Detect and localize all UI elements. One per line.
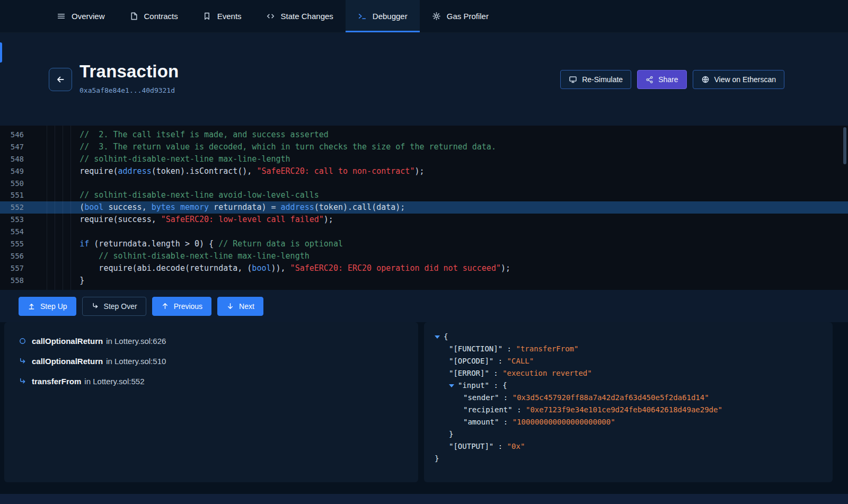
- arrow-down-icon: [226, 302, 234, 310]
- code-lines: 546 // 2. The call itself is made, and s…: [0, 129, 848, 287]
- previous-button[interactable]: Previous: [152, 297, 211, 316]
- code-line-558: 558 }: [0, 275, 848, 287]
- terminal-icon: [358, 12, 367, 21]
- line-number[interactable]: 554: [0, 226, 31, 238]
- json-punct: :: [489, 379, 502, 392]
- button-label: Next: [239, 302, 254, 311]
- arrow-left-icon: [56, 75, 65, 84]
- indent-spacer: [435, 397, 463, 398]
- line-number[interactable]: 558: [0, 275, 31, 287]
- json-punct: :: [499, 416, 512, 428]
- code-line-555: 555 if (returndata.length > 0) { // Retu…: [0, 238, 848, 250]
- line-number[interactable]: 546: [0, 129, 31, 141]
- json-punct: }: [435, 453, 439, 465]
- line-number[interactable]: 548: [0, 153, 31, 165]
- line-number[interactable]: 549: [0, 165, 31, 178]
- call-stack-item[interactable]: callOptionalReturnin Lottery.sol:626: [17, 331, 418, 351]
- line-number[interactable]: 547: [0, 141, 31, 153]
- line-number[interactable]: 555: [0, 238, 31, 250]
- json-punct: :: [493, 355, 507, 367]
- step-over-button[interactable]: Step Over: [82, 297, 146, 316]
- json-key: "input": [458, 379, 489, 392]
- code-text: // 3. The return value is decoded, which…: [41, 141, 496, 153]
- tab-label: Events: [217, 12, 242, 21]
- arrow-up-icon: [161, 302, 169, 310]
- button-label: Share: [658, 75, 678, 84]
- line-number[interactable]: 557: [0, 262, 31, 275]
- line-number[interactable]: 556: [0, 250, 31, 262]
- indent-spacer: [435, 373, 449, 374]
- code-line-547: 547 // 3. The return value is decoded, w…: [0, 141, 848, 153]
- source-location: in Lottery.sol:552: [84, 377, 144, 386]
- debug-controls: Step UpStep OverPreviousNext: [0, 290, 848, 322]
- code-scrollbar[interactable]: [843, 127, 846, 164]
- tab-label: Debugger: [373, 12, 408, 21]
- json-key: "[FUNCTION]": [449, 343, 502, 355]
- json-key: "[ERROR]": [449, 367, 489, 379]
- view-on-etherscan-button[interactable]: View on Etherscan: [693, 70, 784, 89]
- indent-spacer: [435, 349, 449, 349]
- code-line-549: 549 require(address(token).isContract(),…: [0, 165, 848, 178]
- transaction-hash: 0xa5af8e84e1...40d9321d: [80, 86, 179, 94]
- json-punct: {: [444, 331, 448, 343]
- trace-inspector-panel: {"[FUNCTION]" : "transferFrom""[OPCODE]"…: [424, 322, 833, 482]
- tab-gas-profiler[interactable]: Gas Profiler: [420, 0, 501, 32]
- line-number[interactable]: 552: [0, 201, 31, 214]
- active-rail-indicator: [0, 42, 2, 63]
- code-text: require(success, "SafeERC20: low-level c…: [41, 214, 333, 226]
- tab-label: Gas Profiler: [447, 12, 489, 21]
- share-button[interactable]: Share: [637, 70, 686, 89]
- json-punct: :: [493, 440, 507, 453]
- line-number[interactable]: 553: [0, 214, 31, 226]
- transaction-header: Transaction 0xa5af8e84e1...40d9321d Re-S…: [0, 33, 848, 126]
- json-tree-line: }: [435, 428, 833, 440]
- indent-spacer: [435, 446, 449, 447]
- tab-overview[interactable]: Overview: [45, 0, 117, 32]
- tab-debugger[interactable]: Debugger: [346, 0, 420, 32]
- next-button[interactable]: Next: [217, 297, 263, 316]
- bottom-panels: callOptionalReturnin Lottery.sol:626call…: [0, 322, 848, 494]
- code-viewer[interactable]: 546 // 2. The call itself is made, and s…: [0, 126, 848, 290]
- back-button[interactable]: [49, 68, 72, 91]
- tab-events[interactable]: Events: [190, 0, 254, 32]
- code-text: // solhint-disable-next-line max-line-le…: [41, 153, 290, 165]
- expander-icon[interactable]: [449, 384, 454, 387]
- indent-spacer: [435, 434, 449, 435]
- indent-spacer: [435, 361, 449, 361]
- json-tree-line: "[OPCODE]" : "CALL": [435, 355, 833, 367]
- json-tree-line: {: [435, 331, 833, 343]
- json-tree-line: "[ERROR]" : "execution reverted": [435, 367, 833, 379]
- subdir-arrow-icon: [17, 377, 27, 385]
- file-icon: [129, 12, 138, 21]
- step-up-button[interactable]: Step Up: [19, 297, 76, 316]
- json-value: "0xe7123f9e34e101ce9d24feb40642618d49ae2…: [526, 404, 722, 416]
- json-punct: {: [502, 379, 507, 392]
- json-punct: :: [502, 343, 516, 355]
- json-value: "100000000000000000000": [513, 416, 615, 428]
- line-number[interactable]: 551: [0, 189, 31, 201]
- expander-icon[interactable]: [435, 335, 440, 339]
- code-line-548: 548 // solhint-disable-next-line max-lin…: [0, 153, 848, 165]
- json-punct: :: [513, 404, 526, 416]
- code-line-550: 550: [0, 178, 848, 190]
- code-line-554: 554: [0, 226, 848, 238]
- code-text: // solhint-disable-next-line avoid-low-l…: [41, 189, 319, 201]
- re-simulate-button[interactable]: Re-Simulate: [560, 70, 631, 89]
- json-tree-line: "recipient" : "0xe7123f9e34e101ce9d24feb…: [435, 404, 833, 416]
- tab-label: Contracts: [144, 12, 178, 21]
- call-stack-item[interactable]: transferFromin Lottery.sol:552: [17, 371, 418, 391]
- monitor-icon: [569, 75, 577, 84]
- indent-spacer: [435, 385, 449, 386]
- tab-state-changes[interactable]: State Changes: [254, 0, 346, 32]
- call-stack-item[interactable]: callOptionalReturnin Lottery.sol:510: [17, 351, 418, 371]
- code-text: // 2. The call itself is made, and succe…: [41, 129, 329, 141]
- code-line-552: 552 (bool success, bytes memory returnda…: [0, 201, 848, 214]
- code-text: }: [41, 275, 84, 287]
- line-number[interactable]: 550: [0, 178, 31, 190]
- json-punct: }: [449, 428, 453, 440]
- code-line-557: 557 require(abi.decode(returndata, (bool…: [0, 262, 848, 275]
- code-line-546: 546 // 2. The call itself is made, and s…: [0, 129, 848, 141]
- indent-spacer: [435, 422, 463, 422]
- json-tree-line: "sender" : "0x3d5c457920ff88a7a42d2af63d…: [435, 392, 833, 404]
- tab-contracts[interactable]: Contracts: [117, 0, 190, 32]
